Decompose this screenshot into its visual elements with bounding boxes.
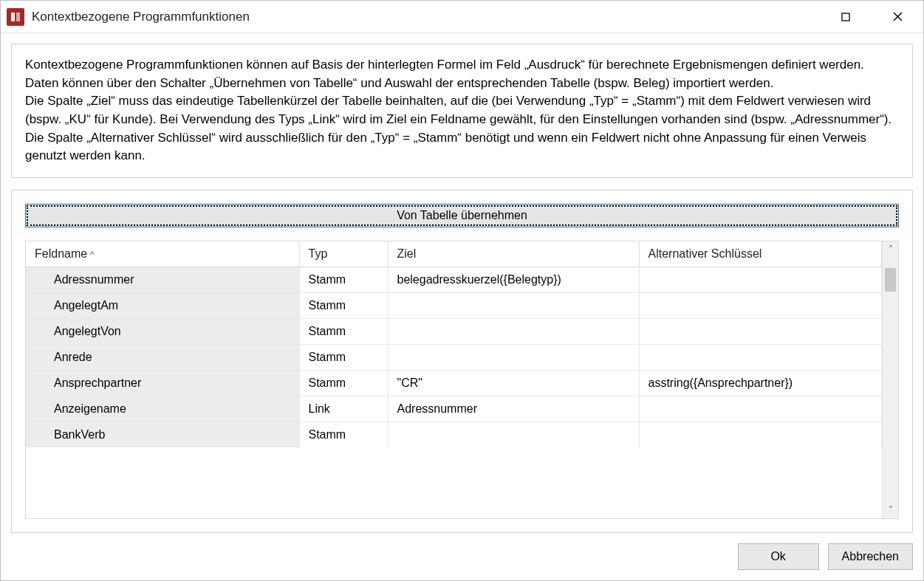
cell-fieldname[interactable]: Anzeigename bbox=[26, 396, 299, 422]
cell-fieldname[interactable]: Ansprechpartner bbox=[26, 370, 299, 396]
description-text: Kontextbezogene Programmfunktionen könne… bbox=[25, 56, 899, 165]
cell-ziel[interactable] bbox=[388, 344, 639, 370]
cell-fieldname[interactable]: Adressnummer bbox=[26, 267, 299, 292]
maximize-icon bbox=[841, 13, 850, 21]
scroll-up-icon[interactable]: ˄ bbox=[889, 244, 893, 255]
window-controls bbox=[820, 1, 923, 32]
col-header-fieldname[interactable]: Feldname bbox=[26, 241, 299, 267]
table-row[interactable]: Anzeigename Link Adressnummer bbox=[26, 396, 882, 422]
cell-ziel[interactable] bbox=[388, 318, 639, 344]
grid-header-row: Feldname Typ Ziel Alternativer Schlüssel bbox=[26, 241, 882, 267]
grid-wrap: Feldname Typ Ziel Alternativer Schlüssel… bbox=[25, 241, 899, 519]
field-grid: Feldname Typ Ziel Alternativer Schlüssel… bbox=[26, 241, 882, 447]
cell-alt[interactable] bbox=[639, 344, 882, 370]
cell-fieldname[interactable]: AngelegtAm bbox=[26, 292, 299, 318]
table-row[interactable]: Adressnummer Stamm belegadresskuerzel({B… bbox=[26, 267, 882, 292]
cell-alt[interactable] bbox=[639, 396, 882, 422]
cell-typ[interactable]: Stamm bbox=[299, 318, 388, 344]
scroll-down-icon[interactable]: ˅ bbox=[889, 505, 893, 515]
cell-ziel[interactable]: "CR" bbox=[388, 370, 639, 396]
cell-typ[interactable]: Stamm bbox=[299, 370, 388, 396]
cell-ziel[interactable] bbox=[388, 422, 639, 447]
cell-ziel[interactable] bbox=[388, 292, 639, 318]
maximize-button[interactable] bbox=[820, 1, 872, 32]
scroll-thumb[interactable] bbox=[885, 268, 896, 292]
table-row[interactable]: AngelegtVon Stamm bbox=[26, 318, 882, 344]
cell-ziel[interactable]: Adressnummer bbox=[388, 396, 639, 422]
cell-fieldname[interactable]: Anrede bbox=[26, 344, 299, 370]
svg-rect-1 bbox=[16, 13, 20, 21]
close-icon bbox=[893, 12, 903, 21]
cell-typ[interactable]: Stamm bbox=[299, 292, 388, 318]
cell-alt[interactable] bbox=[639, 422, 882, 447]
col-header-ziel[interactable]: Ziel bbox=[388, 241, 639, 267]
dialog-footer: Ok Abbrechen bbox=[1, 543, 923, 580]
table-row[interactable]: Ansprechpartner Stamm "CR" asstring({Ans… bbox=[26, 370, 882, 396]
grid-panel: Von Tabelle übernehmen Feldname Typ Ziel bbox=[11, 190, 913, 533]
svg-rect-0 bbox=[11, 13, 15, 21]
description-panel: Kontextbezogene Programmfunktionen könne… bbox=[11, 44, 913, 178]
cell-typ[interactable]: Stamm bbox=[299, 267, 388, 292]
titlebar: Kontextbezogene Programmfunktionen bbox=[1, 1, 923, 33]
cell-fieldname[interactable]: BankVerb bbox=[26, 422, 299, 447]
cell-typ[interactable]: Stamm bbox=[299, 344, 388, 370]
table-row[interactable]: BankVerb Stamm bbox=[26, 422, 882, 447]
vertical-scrollbar[interactable]: ˄ ˅ bbox=[882, 241, 898, 518]
cell-ziel[interactable]: belegadresskuerzel({Belegtyp}) bbox=[388, 267, 639, 292]
cell-typ[interactable]: Link bbox=[299, 396, 388, 422]
cell-fieldname[interactable]: AngelegtVon bbox=[26, 318, 299, 344]
cell-alt[interactable] bbox=[639, 267, 882, 292]
table-row[interactable]: Anrede Stamm bbox=[26, 344, 882, 370]
col-header-typ[interactable]: Typ bbox=[299, 241, 388, 267]
svg-rect-2 bbox=[842, 13, 849, 21]
col-header-alt[interactable]: Alternativer Schlüssel bbox=[639, 241, 882, 267]
take-from-table-button[interactable]: Von Tabelle übernehmen bbox=[25, 204, 899, 227]
client-area: Kontextbezogene Programmfunktionen könne… bbox=[1, 33, 923, 543]
app-icon bbox=[7, 8, 24, 26]
cell-alt[interactable] bbox=[639, 292, 882, 318]
dialog-window: Kontextbezogene Programmfunktionen Konte… bbox=[0, 0, 924, 581]
ok-button[interactable]: Ok bbox=[738, 543, 819, 570]
cell-alt[interactable] bbox=[639, 318, 882, 344]
close-button[interactable] bbox=[872, 1, 923, 32]
cancel-button[interactable]: Abbrechen bbox=[828, 543, 913, 570]
cell-typ[interactable]: Stamm bbox=[299, 422, 388, 447]
cell-alt[interactable]: asstring({Ansprechpartner}) bbox=[639, 370, 882, 396]
window-title: Kontextbezogene Programmfunktionen bbox=[32, 10, 820, 24]
table-row[interactable]: AngelegtAm Stamm bbox=[26, 292, 882, 318]
grid-scroll-area[interactable]: Feldname Typ Ziel Alternativer Schlüssel… bbox=[26, 241, 882, 518]
